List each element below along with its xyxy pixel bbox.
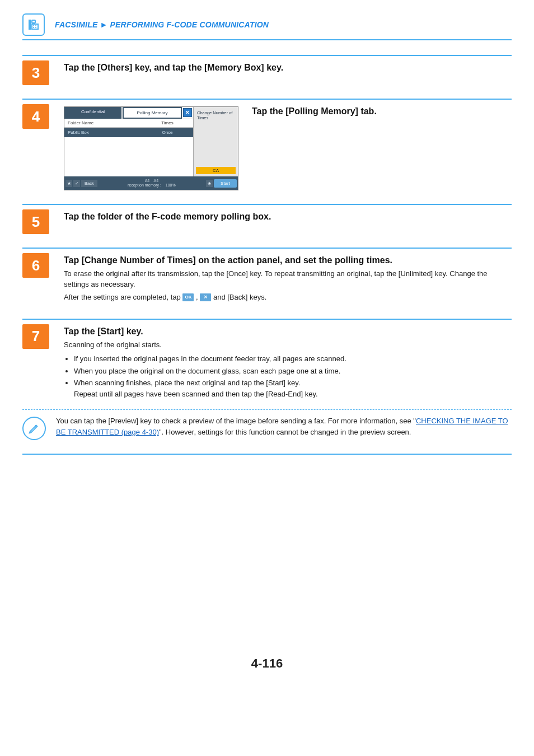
step-6-body-2: After the settings are completed, tap OK… <box>64 292 512 303</box>
step-5-title: Tap the folder of the F-code memory poll… <box>64 212 512 222</box>
step-number-4: 4 <box>22 104 49 129</box>
close-inline-icon: ✕ <box>200 293 211 301</box>
dashed-divider <box>22 409 512 410</box>
step-6-title: Tap [Change Number of Times] on the acti… <box>64 255 512 265</box>
breadcrumb: FACSIMILE ► PERFORMING F-CODE COMMUNICAT… <box>55 20 269 29</box>
preview-icon[interactable]: ◈ <box>206 180 213 187</box>
step-number-5: 5 <box>22 209 49 234</box>
step-number-6: 6 <box>22 253 49 278</box>
status-footer: A4 A4 reception memory : 100% <box>99 179 205 187</box>
check-icon[interactable]: ✓ <box>73 180 80 187</box>
ca-button[interactable]: CA <box>196 167 236 174</box>
fax-icon <box>22 13 45 36</box>
step-number-3: 3 <box>22 60 49 85</box>
step-4-title: Tap the [Polling Memory] tab. <box>252 106 377 116</box>
col-folder-name: Folder Name <box>64 119 142 127</box>
breadcrumb-section: FACSIMILE <box>55 20 97 29</box>
breadcrumb-subsection: PERFORMING F-CODE COMMUNICATION <box>110 20 269 29</box>
tab-polling-memory[interactable]: Polling Memory <box>123 107 182 119</box>
step-7-bullet-3: When scanning finishes, place the next o… <box>74 377 512 399</box>
start-button[interactable]: Start <box>214 179 237 188</box>
step-7-bullet-2: When you place the original on the docum… <box>74 366 512 377</box>
page-number: 4-116 <box>22 656 512 671</box>
col-times: Times <box>142 119 193 127</box>
step-7-sub: Scanning of the original starts. <box>64 340 512 351</box>
step-6-body-1: To erase the original after its transmis… <box>64 269 512 290</box>
note-body: You can tap the [Preview] key to check a… <box>56 416 512 437</box>
step-3-title: Tap the [Others] key, and tap the [Memor… <box>64 63 512 73</box>
note-icon <box>22 417 46 440</box>
star-icon[interactable]: ★ <box>65 180 72 187</box>
cell-times: Once <box>142 128 193 137</box>
cell-folder: Public Box <box>64 128 142 137</box>
step-7-title: Tap the [Start] key. <box>64 326 512 337</box>
polling-memory-panel: Confidential Polling Memory ✕ Folder Nam… <box>64 106 238 190</box>
svg-rect-0 <box>32 20 35 23</box>
table-row[interactable]: Public Box Once <box>64 128 193 137</box>
step-number-7: 7 <box>22 324 49 349</box>
page-header: FACSIMILE ► PERFORMING F-CODE COMMUNICAT… <box>22 13 512 40</box>
breadcrumb-sep-icon: ► <box>100 20 107 29</box>
back-button[interactable]: Back <box>81 180 97 187</box>
ok-icon: OK <box>182 293 194 301</box>
close-icon[interactable]: ✕ <box>183 108 192 117</box>
tab-confidential[interactable]: Confidential <box>64 107 121 119</box>
action-change-times[interactable]: Change Number of Times <box>196 109 236 122</box>
step-7-bullet-1: If you inserted the original pages in th… <box>74 353 512 365</box>
